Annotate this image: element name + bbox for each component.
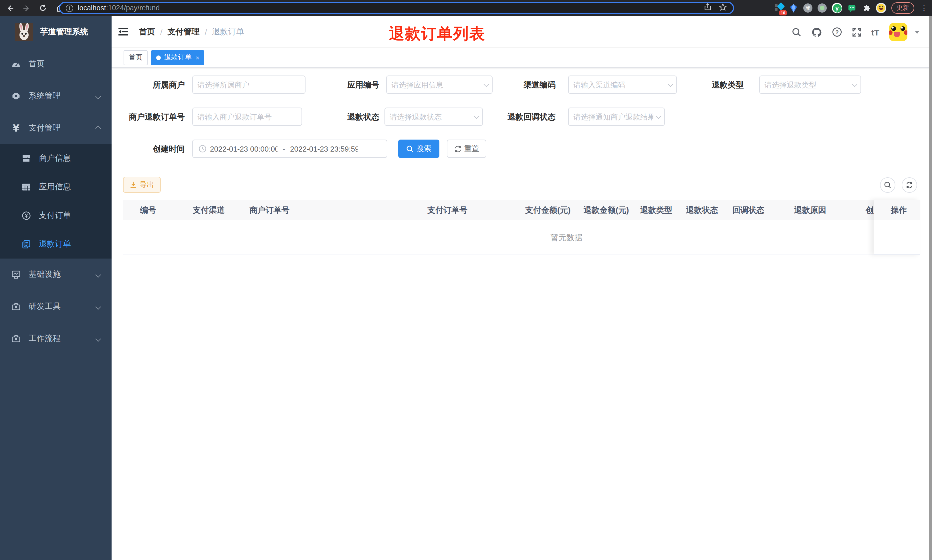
grid-table-icon [22, 183, 31, 192]
col-header-refund-reason[interactable]: 退款原因 [794, 200, 826, 220]
chrome-update-button[interactable]: 更新 [891, 3, 914, 14]
extension-chat-icon[interactable] [847, 3, 857, 12]
app-select[interactable] [386, 75, 493, 94]
refund-status-select[interactable] [384, 108, 483, 126]
tab-home[interactable]: 首页 [124, 50, 148, 65]
browser-back-icon[interactable] [3, 1, 17, 15]
sidebar-item-merchant-info[interactable]: 商户信息 [0, 144, 112, 173]
range-start-input[interactable] [210, 145, 277, 153]
address-bar[interactable]: i localhost:1024/pay/refund [59, 2, 734, 14]
extension-command-icon[interactable]: ⌘ [803, 3, 812, 12]
app-logo [15, 23, 33, 41]
browser-forward-icon[interactable] [20, 1, 33, 15]
breadcrumb-home[interactable]: 首页 [139, 26, 155, 37]
extensions-puzzle-icon[interactable] [861, 3, 871, 12]
select-arrow-icon [656, 113, 661, 119]
site-info-icon[interactable]: i [66, 4, 73, 12]
storefront-icon [22, 154, 31, 163]
navbar: 首页 / 支付管理 / 退款订单 退款订单列表 ? [112, 16, 932, 48]
extension-green-dot-icon[interactable] [818, 3, 827, 12]
sidebar-item-pay[interactable]: ¥ 支付管理 [0, 112, 112, 144]
filter-label: 退款回调状态 [494, 108, 555, 126]
sidebar-item-home[interactable]: 首页 [0, 48, 112, 80]
sidebar-item-workflow[interactable]: 工作流程 [0, 323, 112, 355]
sidebar-item-label: 首页 [29, 59, 45, 69]
chrome-menu-icon[interactable]: ⋮ [921, 4, 927, 12]
bookmark-star-icon[interactable] [718, 3, 727, 14]
filter-label: 退款状态 [318, 108, 379, 126]
col-header-pay-amount[interactable]: 支付金额(元) [525, 200, 571, 220]
extension-y-icon[interactable]: y [832, 3, 842, 13]
export-button[interactable]: 导出 [123, 177, 161, 193]
chevron-up-icon [95, 125, 101, 131]
filter-row-3: 创建时间 - 搜索 重置 [123, 140, 921, 158]
merchant-refund-no-input[interactable] [192, 108, 302, 126]
col-header-refund-amount[interactable]: 退款金额(元) [584, 200, 629, 220]
filter-label: 退款类型 [681, 75, 744, 94]
refund-notify-status-select[interactable] [568, 108, 665, 126]
search-icon[interactable] [792, 27, 801, 37]
breadcrumb: 首页 / 支付管理 / 退款订单 [139, 26, 244, 37]
window-scrollbar[interactable] [929, 16, 932, 560]
help-icon[interactable]: ? [832, 27, 842, 37]
table-header: 编号 支付渠道 商户订单号 支付订单号 支付金额(元) 退款金额(元) 退款类型… [123, 200, 920, 220]
monitor-chart-icon [11, 270, 21, 279]
table-toolbar: 导出 [123, 177, 921, 193]
content: 所属商户 应用编号 渠道编码 退款类型 商户退款订单号 [112, 68, 932, 255]
col-header-id[interactable]: 编号 [140, 200, 156, 220]
sidebar-collapse-icon[interactable] [112, 16, 134, 48]
range-end-input[interactable] [290, 145, 358, 153]
sidebar-logo-row[interactable]: 芋道管理系统 [0, 16, 112, 48]
sidebar-submenu-pay: 商户信息 应用信息 支付订单 退款订单 [0, 144, 112, 258]
extension-gem-icon[interactable] [789, 3, 798, 12]
browser-reload-icon[interactable] [36, 1, 50, 15]
tab-close-icon[interactable]: × [196, 54, 199, 61]
select-arrow-icon [852, 81, 858, 87]
sidebar-item-app-info[interactable]: 应用信息 [0, 173, 112, 202]
tab-refund-order[interactable]: 退款订单 × [151, 50, 205, 65]
profile-emoji-icon[interactable] [876, 3, 886, 13]
yen-icon: ¥ [11, 123, 21, 133]
github-icon[interactable] [811, 26, 822, 37]
refund-type-select[interactable] [759, 75, 861, 94]
sidebar-item-system[interactable]: 系统管理 [0, 80, 112, 112]
col-header-channel[interactable]: 支付渠道 [193, 200, 225, 220]
toggle-search-button[interactable] [880, 177, 895, 193]
sidebar-item-refund-order[interactable]: 退款订单 [0, 230, 112, 258]
sidebar: 芋道管理系统 首页 系统管理 ¥ 支付管理 商户信息 [0, 16, 112, 560]
sidebar-item-devtool[interactable]: 研发工具 [0, 291, 112, 323]
fullscreen-icon[interactable] [852, 27, 861, 37]
refresh-button[interactable] [902, 177, 917, 193]
channel-code-select[interactable] [568, 75, 677, 94]
url-host: localhost [78, 4, 106, 12]
navbar-tools: ? tT [792, 16, 920, 48]
col-header-action[interactable]: 操作 [874, 200, 920, 220]
avatar-caret-icon[interactable] [915, 31, 920, 34]
extension-sketch-icon[interactable]: 10 [775, 3, 784, 12]
merchant-input[interactable] [192, 75, 306, 94]
col-header-callback-status[interactable]: 回调状态 [732, 200, 764, 220]
empty-text: 暂无数据 [551, 220, 583, 255]
col-header-refund-type[interactable]: 退款类型 [640, 200, 672, 220]
extension-badge: 10 [779, 10, 787, 15]
reset-button[interactable]: 重置 [447, 140, 486, 158]
col-header-refund-status[interactable]: 退款状态 [686, 200, 718, 220]
user-avatar[interactable] [889, 23, 907, 41]
col-header-merchant-order[interactable]: 商户订单号 [249, 200, 289, 220]
sidebar-item-label: 支付管理 [29, 123, 61, 133]
sidebar-item-label: 应用信息 [39, 182, 71, 192]
yen-circle-icon [22, 211, 31, 220]
filter-label: 商户退款订单号 [123, 108, 185, 126]
app-title: 芋道管理系统 [40, 27, 88, 37]
col-header-pay-order[interactable]: 支付订单号 [428, 200, 468, 220]
font-size-icon[interactable]: tT [871, 27, 880, 37]
create-time-range-picker[interactable]: - [192, 140, 388, 158]
filter-label: 渠道编码 [494, 75, 555, 94]
sidebar-item-pay-order[interactable]: 支付订单 [0, 202, 112, 230]
share-icon[interactable] [704, 3, 712, 13]
sidebar-item-infra[interactable]: 基础设施 [0, 258, 112, 291]
search-button[interactable]: 搜索 [398, 140, 439, 158]
chevron-down-icon [95, 336, 101, 342]
fixed-action-column: 操作 [874, 200, 920, 255]
breadcrumb-pay[interactable]: 支付管理 [168, 26, 200, 37]
